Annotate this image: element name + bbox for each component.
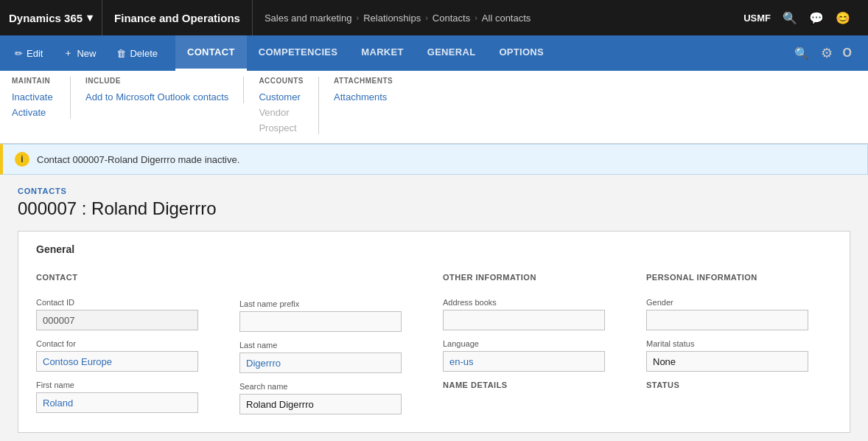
last-name-input[interactable] bbox=[239, 353, 402, 373]
include-label: INCLUDE bbox=[85, 77, 228, 85]
tab-group: CONTACT COMPETENCIES MARKET GENERAL OPTI… bbox=[175, 35, 556, 71]
add-to-outlook-button[interactable]: Add to Microsoft Outlook contacts bbox=[85, 91, 228, 103]
contact-col: CONTACT Contact ID Contact for First nam… bbox=[36, 273, 222, 414]
language-group: Language bbox=[443, 339, 629, 372]
attachments-button[interactable]: Attachments bbox=[334, 91, 393, 103]
activate-button[interactable]: Activate bbox=[12, 106, 55, 119]
message-icon[interactable]: 💬 bbox=[809, 11, 824, 25]
tab-general[interactable]: GENERAL bbox=[416, 35, 488, 71]
delete-icon: 🗑 bbox=[116, 48, 126, 59]
new-button[interactable]: ＋ New bbox=[55, 42, 105, 64]
first-name-label: First name bbox=[36, 381, 222, 389]
marital-status-input[interactable] bbox=[646, 351, 808, 372]
address-books-group: Address books bbox=[443, 298, 629, 330]
tab-options[interactable]: OPTIONS bbox=[487, 35, 556, 71]
delete-button[interactable]: 🗑 Delete bbox=[108, 44, 167, 63]
section-label: CONTACTS bbox=[18, 187, 850, 195]
last-name-label: Last name bbox=[239, 341, 425, 350]
office-icon[interactable]: O bbox=[839, 46, 856, 60]
language-input[interactable] bbox=[443, 351, 605, 372]
contact-section-header: CONTACT bbox=[36, 273, 222, 282]
search-icon[interactable]: 🔍 bbox=[783, 11, 797, 25]
tab-contact[interactable]: CONTACT bbox=[175, 35, 247, 71]
last-name-group: Last name bbox=[239, 341, 425, 373]
tab-competencies[interactable]: COMPETENCIES bbox=[247, 35, 350, 71]
gender-label: Gender bbox=[646, 298, 832, 307]
other-info-header: OTHER INFORMATION bbox=[443, 273, 629, 282]
breadcrumb-relationships[interactable]: Relationships bbox=[363, 13, 421, 24]
ribbon-group-include: INCLUDE Add to Microsoft Outlook contact… bbox=[85, 77, 244, 103]
search-name-label: Search name bbox=[239, 382, 425, 391]
contact-for-input[interactable] bbox=[36, 351, 198, 372]
notification-bar: i Contact 000007-Roland Digerrro made in… bbox=[0, 144, 868, 175]
personal-info-header: PERSONAL INFORMATION bbox=[646, 273, 832, 282]
breadcrumb: Sales and marketing › Relationships › Co… bbox=[253, 13, 735, 24]
general-title: General bbox=[36, 243, 832, 261]
language-label: Language bbox=[443, 339, 629, 348]
gender-group: Gender bbox=[646, 298, 832, 330]
other-info-col: OTHER INFORMATION Address books Language… bbox=[443, 273, 629, 414]
app-title: Finance and Operations bbox=[102, 0, 253, 35]
brand-area[interactable]: Dynamics 365 ▾ bbox=[9, 0, 102, 35]
vendor-button: Vendor bbox=[259, 106, 304, 119]
user-icon[interactable]: 😊 bbox=[836, 11, 850, 25]
first-name-input[interactable] bbox=[36, 392, 198, 413]
customer-button[interactable]: Customer bbox=[259, 91, 304, 103]
first-name-group: First name bbox=[36, 381, 222, 413]
new-icon: ＋ bbox=[63, 46, 73, 60]
last-name-prefix-input[interactable] bbox=[239, 311, 402, 332]
fields-grid: CONTACT Contact ID Contact for First nam… bbox=[36, 273, 832, 414]
personal-info-col: PERSONAL INFORMATION Gender Marital stat… bbox=[646, 273, 832, 414]
last-name-prefix-group: Last name prefix bbox=[239, 299, 425, 332]
status-header: STATUS bbox=[646, 381, 832, 389]
brand-chevron: ▾ bbox=[87, 11, 93, 24]
maintain-items: Inactivate Activate bbox=[12, 91, 55, 119]
breadcrumb-sep2: › bbox=[425, 13, 428, 22]
marital-status-label: Marital status bbox=[646, 339, 832, 348]
content-area: CONTACTS 000007 : Roland Digerrro Genera… bbox=[0, 175, 868, 441]
inactivate-button[interactable]: Inactivate bbox=[12, 91, 55, 103]
last-name-prefix-label: Last name prefix bbox=[239, 299, 425, 308]
attachments-label: ATTACHMENTS bbox=[334, 77, 393, 85]
brand-label: Dynamics 365 bbox=[9, 12, 83, 24]
prospect-button: Prospect bbox=[259, 122, 304, 134]
ribbon: MAINTAIN Inactivate Activate INCLUDE Add… bbox=[0, 71, 868, 144]
lastname-col: Last name prefix Last name Search name bbox=[239, 273, 425, 414]
breadcrumb-sep1: › bbox=[356, 13, 359, 22]
edit-button[interactable]: ✏ Edit bbox=[6, 44, 52, 63]
settings-icon[interactable]: ⚙ bbox=[821, 45, 833, 61]
search-name-group: Search name bbox=[239, 382, 425, 414]
maintain-label: MAINTAIN bbox=[12, 77, 55, 85]
tab-market[interactable]: MARKET bbox=[349, 35, 415, 71]
accounts-items: Customer Vendor Prospect bbox=[259, 91, 304, 134]
general-section: General CONTACT Contact ID Contact for F… bbox=[18, 231, 850, 433]
attachments-items: Attachments bbox=[334, 91, 393, 103]
ribbon-group-attachments: ATTACHMENTS Attachments bbox=[334, 77, 407, 103]
accounts-label: ACCOUNTS bbox=[259, 77, 304, 85]
edit-icon: ✏ bbox=[15, 48, 23, 59]
address-books-input[interactable] bbox=[443, 310, 605, 330]
breadcrumb-contacts[interactable]: Contacts bbox=[433, 13, 470, 24]
action-bar: ✏ Edit ＋ New 🗑 Delete CONTACT COMPETENCI… bbox=[0, 35, 868, 71]
org-label: USMF bbox=[743, 13, 771, 24]
name-details-header: NAME DETAILS bbox=[443, 381, 629, 389]
ribbon-group-maintain: MAINTAIN Inactivate Activate bbox=[12, 77, 71, 119]
action-search-icon[interactable]: 🔍 bbox=[788, 44, 815, 63]
gender-input[interactable] bbox=[646, 310, 808, 330]
address-books-label: Address books bbox=[443, 298, 629, 307]
contact-id-input[interactable] bbox=[36, 310, 198, 330]
include-items: Add to Microsoft Outlook contacts bbox=[85, 91, 228, 103]
record-title: 000007 : Roland Digerrro bbox=[18, 198, 850, 219]
top-navigation: Dynamics 365 ▾ Finance and Operations Sa… bbox=[0, 0, 868, 35]
contact-for-label: Contact for bbox=[36, 339, 222, 348]
contact-id-group: Contact ID bbox=[36, 298, 222, 330]
contact-id-label: Contact ID bbox=[36, 298, 222, 307]
breadcrumb-sales[interactable]: Sales and marketing bbox=[265, 13, 352, 24]
breadcrumb-all-contacts[interactable]: All contacts bbox=[482, 13, 531, 24]
notification-message: Contact 000007-Roland Digerrro made inac… bbox=[37, 154, 239, 165]
marital-status-group: Marital status bbox=[646, 339, 832, 372]
search-name-input[interactable] bbox=[239, 394, 402, 414]
notification-icon: i bbox=[15, 152, 29, 167]
action-bar-right: 🔍 ⚙ O bbox=[788, 44, 862, 63]
top-nav-right: USMF 🔍 💬 😊 bbox=[735, 11, 859, 25]
